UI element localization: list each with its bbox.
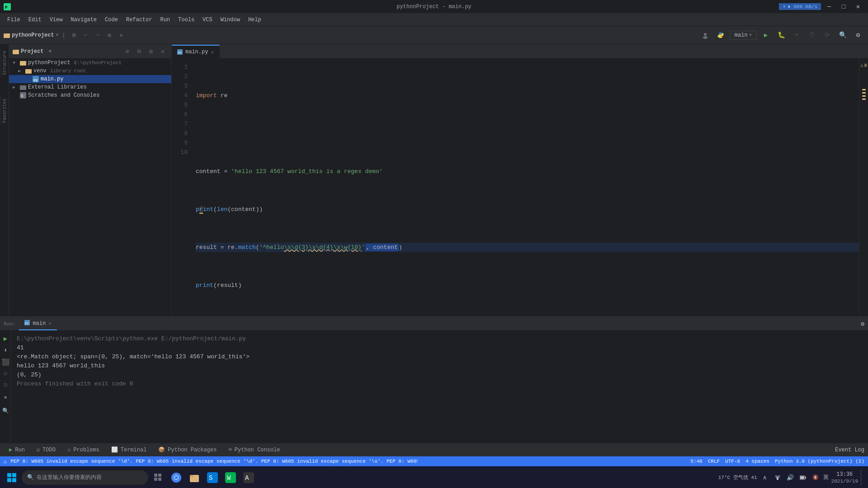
tray-mute-icon[interactable]: 🔇 [811, 473, 821, 483]
python-icon[interactable] [714, 29, 727, 42]
navigate-next-icon[interactable]: → [93, 30, 103, 40]
bottom-tabs: Run: py main ✕ ⚙ [0, 317, 868, 331]
tree-item-venv[interactable]: ▶ venv library root [9, 67, 171, 75]
tab-problems[interactable]: ⚠ Problems [62, 444, 105, 456]
menu-vcs[interactable]: VCS [199, 15, 216, 24]
status-position[interactable]: 5:48 [690, 459, 702, 464]
run-button[interactable]: ▶ [760, 29, 772, 42]
search-everywhere-icon[interactable]: 🔍 [836, 29, 849, 42]
weather-temp: 17°C 空气优 41 [718, 474, 757, 481]
close-panel-icon[interactable]: ✕ [116, 30, 126, 40]
start-button[interactable] [4, 469, 20, 486]
tab-python-packages[interactable]: 📦 Python Packages [153, 444, 222, 456]
menu-tools[interactable]: Tools [175, 15, 198, 24]
tab-run[interactable]: ▶ Run [4, 444, 30, 456]
ime-language-label[interactable]: 英 [823, 474, 829, 481]
tray-volume-icon[interactable]: 🔊 [785, 473, 795, 483]
menu-code[interactable]: Code [101, 15, 122, 24]
tray-battery-icon[interactable] [798, 473, 808, 483]
file-tree: ▼ pythonProject E:\pythonProject ▶ venv … [9, 59, 171, 99]
menu-window[interactable]: Window [217, 15, 244, 24]
system-clock[interactable]: 13:36 2021/9/19 [831, 471, 858, 484]
tab-terminal[interactable]: ⬜ Terminal [106, 444, 152, 456]
tree-item-scratches[interactable]: S Scratches and Consoles [9, 91, 171, 99]
tree-item-ext-libs[interactable]: ▶ External Libraries [9, 83, 171, 91]
structure-tab[interactable]: Structure [0, 48, 9, 78]
maximize-button[interactable]: □ [837, 2, 850, 12]
warning-summary[interactable]: ⚠ 8 [860, 62, 867, 68]
close-run-button[interactable]: ✕ [0, 392, 10, 402]
warning-icon-status: ⚠ [4, 458, 7, 465]
pause-button[interactable]: ⊟ [0, 369, 10, 379]
tree-item-root[interactable]: ▼ pythonProject E:\pythonProject [9, 59, 171, 67]
collapse-all-icon[interactable]: ⊟ [134, 47, 144, 56]
favorites-tab[interactable]: Favorites [0, 96, 9, 126]
debug-button[interactable]: 🐛 [775, 29, 788, 42]
settings-icon[interactable]: ⚙ [104, 30, 114, 40]
settings-gear-run[interactable]: ⚙ [861, 320, 864, 328]
taskbar-file-explorer-icon[interactable] [186, 469, 203, 486]
bottom-tab-run-instance[interactable]: py main ✕ [19, 318, 57, 330]
stop-button[interactable]: ⬛ [0, 357, 10, 367]
navigate-previous-icon[interactable]: ← [81, 30, 91, 40]
tab-close-button[interactable]: ✕ [211, 49, 214, 55]
task-view-button[interactable] [150, 469, 166, 486]
run-config-name-label: main [735, 32, 748, 38]
code-line-2 [196, 129, 859, 138]
open-settings-icon[interactable]: ⚙ [146, 47, 156, 56]
tree-item-path: E:\pythonProject [74, 60, 122, 66]
menu-run[interactable]: Run [156, 15, 174, 24]
menu-file[interactable]: File [4, 15, 24, 24]
status-encoding[interactable]: UTF-8 [725, 459, 740, 464]
user-icon[interactable] [699, 29, 712, 42]
python-console-tab-text: Python Console [235, 447, 280, 453]
step-over-button[interactable]: ≡ [0, 380, 10, 390]
editor-tab-mainpy[interactable]: py main.py ✕ [172, 45, 220, 58]
project-dropdown-icon[interactable]: ▼ [56, 33, 58, 38]
code-content-area[interactable]: import re content = 'hello 123 4567 worl… [192, 59, 859, 316]
show-desktop-button[interactable] [861, 469, 864, 486]
taskbar-app4-icon[interactable]: W [222, 469, 239, 486]
tray-chevron-icon[interactable]: ∧ [760, 473, 770, 483]
project-structure-icon[interactable]: ⊞ [69, 30, 79, 40]
dark-app-icon: A [243, 472, 254, 483]
status-warning-text[interactable]: PEP 8: W605 invalid escape sequence '\d'… [10, 459, 417, 464]
status-python-ver[interactable]: Python 3.9 (pythonProject) (2) [775, 459, 864, 464]
right-gutter: ⚠ 8 [859, 59, 868, 316]
menu-navigate[interactable]: Navigate [67, 15, 100, 24]
minimize-button[interactable]: ─ [823, 2, 835, 12]
taskbar-app3-icon[interactable]: S [204, 469, 221, 486]
settings-gear-icon[interactable]: ⚙ [852, 29, 864, 42]
python-console-icon: ⌨ [228, 446, 231, 453]
event-log-button[interactable]: Event Log [835, 447, 864, 453]
menu-edit[interactable]: Edit [25, 15, 45, 24]
locate-file-icon[interactable]: ⊙ [123, 47, 132, 56]
taskbar-app5-icon[interactable]: A [241, 469, 257, 486]
concurrency-button[interactable]: ⟳ [821, 29, 834, 42]
menu-refactor[interactable]: Refactor [123, 15, 156, 24]
run-tab-close[interactable]: ✕ [48, 320, 52, 326]
filter-output-button[interactable]: 🔍 [0, 406, 10, 416]
status-line-sep[interactable]: CRLF [708, 459, 720, 464]
status-indent[interactable]: 4 spaces [745, 459, 769, 464]
python-packages-icon: 📦 [158, 446, 165, 453]
run-config-selector[interactable]: main ▼ [730, 31, 757, 40]
taskbar-search[interactable]: 🔍 在这里输入你要搜索的内容 [22, 470, 148, 485]
close-button[interactable]: ✕ [852, 2, 864, 12]
tab-python-console[interactable]: ⌨ Python Console [223, 444, 285, 456]
taskbar-chrome-icon[interactable] [168, 469, 184, 486]
coverage-button[interactable]: ☂ [790, 29, 803, 42]
scroll-to-end-button[interactable]: ⬇ [0, 345, 10, 355]
todo-icon: ☑ [37, 446, 40, 453]
menu-view[interactable]: View [46, 15, 66, 24]
menu-help[interactable]: Help [245, 15, 265, 24]
hide-sidebar-icon[interactable]: ✕ [158, 47, 168, 56]
profile-button[interactable]: ⏱ [806, 29, 818, 42]
rerun-button[interactable]: ▶ [0, 333, 10, 343]
tab-todo[interactable]: ☑ TODO [31, 444, 61, 456]
code-editor[interactable]: 1 2 3 4 5 6 7 8 9 10 import re [172, 59, 868, 316]
python-logo-icon [717, 32, 724, 38]
run-instance-icon: py [24, 320, 30, 327]
tray-network-icon[interactable] [773, 473, 783, 483]
tree-item-mainpy[interactable]: py main.py [9, 75, 171, 83]
